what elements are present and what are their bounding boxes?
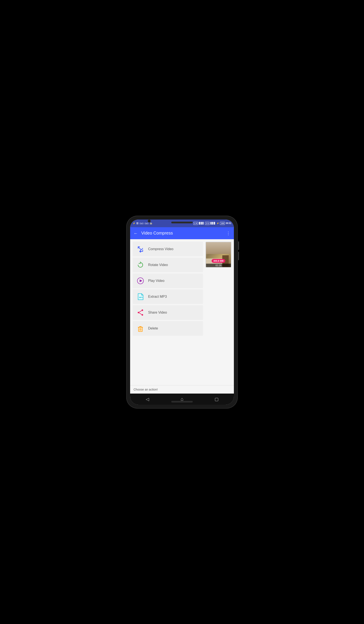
screen-content: ⚡ 🖼 ((ψ)) ((ψ)) 🤖 1 H ▋▋▋ 2 G ▋▋▋ ⚡ 100 [130, 219, 234, 405]
compress-icon [136, 245, 145, 253]
bottom-prompt-bar: Choose an action! [130, 385, 234, 393]
lightning-icon: ⚡ [216, 222, 219, 224]
video-thumbnail[interactable]: 300.8 MB 02:28 [206, 242, 231, 267]
status-bar: ⚡ 🖼 ((ψ)) ((ψ)) 🤖 1 H ▋▋▋ 2 G ▋▋▋ ⚡ 100 [130, 219, 234, 227]
compress-video-label: Compress Video [148, 247, 173, 251]
svg-point-7 [138, 312, 139, 313]
play-video-button[interactable]: Play Video [133, 274, 203, 288]
extract-mp3-button[interactable]: MP3 Extract MP3 [133, 289, 203, 304]
status-icons-left: ⚡ 🖼 ((ψ)) ((ψ)) 🤖 [133, 222, 152, 224]
delete-label: Delete [148, 326, 158, 330]
signal1-icon: ((ψ)) [140, 222, 143, 224]
mp3-icon: MP3 [136, 292, 145, 301]
camera [148, 219, 151, 223]
speaker-bottom [171, 401, 193, 403]
sim1-indicator: 1 H [193, 222, 198, 225]
play-video-label: Play Video [148, 279, 164, 283]
video-size-badge: 300.8 MB [211, 259, 225, 263]
action-menu-list: Compress Video Rotate Video [133, 242, 203, 383]
phone-device: ⚡ 🖼 ((ψ)) ((ψ)) 🤖 1 H ▋▋▋ 2 G ▋▋▋ ⚡ 100 [126, 216, 238, 409]
recents-nav-icon: ▢ [215, 397, 219, 402]
svg-marker-4 [140, 279, 142, 282]
video-thumbnail-area: 300.8 MB 02:28 [206, 242, 231, 383]
overflow-menu-button[interactable]: ⋮ [226, 231, 231, 236]
svg-line-10 [139, 313, 142, 314]
usb-icon: ⚡ [133, 222, 135, 224]
battery-indicator: 100 [220, 222, 225, 225]
image-icon: 🖼 [136, 222, 138, 224]
back-button[interactable]: ← [133, 231, 138, 235]
signal2-icon: ((ψ)) [144, 222, 148, 224]
content-inner: Compress Video Rotate Video [130, 239, 234, 385]
svg-point-8 [141, 314, 143, 315]
app-title: Video Compress [141, 231, 223, 235]
video-duration-badge: 02:28 [206, 264, 231, 267]
navigation-bar: ◁ ⌂ ▢ [130, 393, 234, 405]
android-icon: 🤖 [150, 222, 152, 224]
share-video-label: Share Video [148, 311, 167, 314]
svg-text:MP3: MP3 [139, 296, 143, 298]
volume-up-button[interactable] [238, 241, 239, 250]
sim2-indicator: 2 G [205, 222, 210, 225]
extract-mp3-label: Extract MP3 [148, 295, 167, 299]
side-buttons [238, 241, 239, 260]
thumb-overlay: 300.8 MB 02:28 [206, 242, 231, 267]
delete-icon [136, 324, 145, 333]
app-bar: ← Video Compress ⋮ [130, 227, 234, 239]
share-video-button[interactable]: Share Video [133, 305, 203, 320]
rotate-icon [136, 261, 145, 269]
speaker-top [171, 222, 193, 223]
volume-down-button[interactable] [238, 252, 239, 260]
play-icon [136, 277, 145, 285]
action-prompt: Choose an action! [133, 388, 158, 391]
recents-nav-button[interactable]: ▢ [212, 394, 221, 404]
status-icons-right: 1 H ▋▋▋ 2 G ▋▋▋ ⚡ 100 00:51 [193, 222, 231, 225]
svg-line-9 [139, 311, 142, 312]
compress-video-button[interactable]: Compress Video [133, 242, 203, 256]
rotate-video-button[interactable]: Rotate Video [133, 258, 203, 272]
svg-line-0 [138, 247, 141, 250]
signal-bars2: ▋▋▋ [210, 222, 216, 224]
back-nav-button[interactable]: ◁ [143, 394, 152, 404]
rotate-video-label: Rotate Video [148, 263, 168, 267]
share-icon [136, 308, 145, 317]
clock: 00:51 [226, 222, 231, 224]
back-nav-icon: ◁ [146, 397, 149, 402]
phone-screen: ⚡ 🖼 ((ψ)) ((ψ)) 🤖 1 H ▋▋▋ 2 G ▋▋▋ ⚡ 100 [130, 219, 234, 405]
main-content: Compress Video Rotate Video [130, 239, 234, 393]
svg-point-6 [141, 309, 143, 311]
delete-button[interactable]: Delete [133, 321, 203, 336]
signal-bars1: ▋▋▋ [199, 222, 204, 224]
